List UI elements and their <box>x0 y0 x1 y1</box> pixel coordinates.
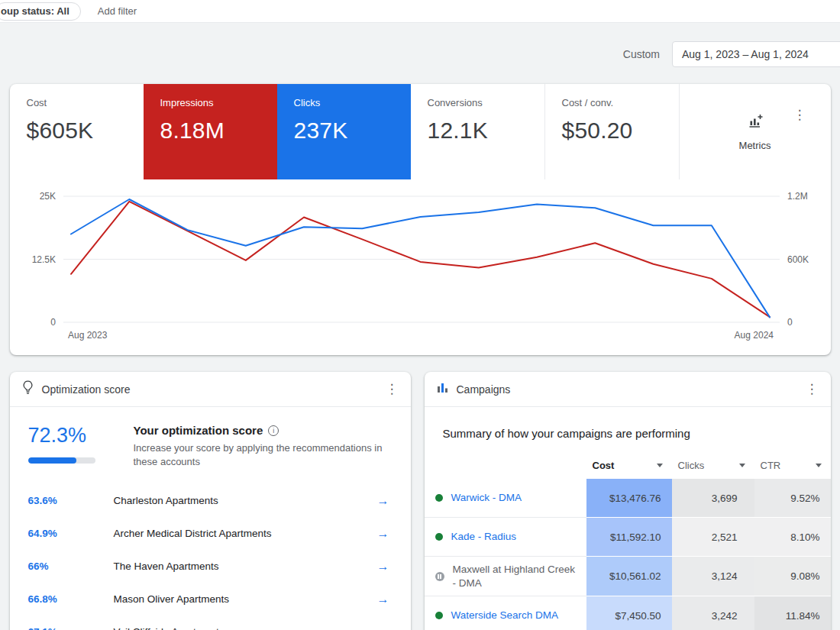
campaign-clicks-cell: 2,521 <box>672 518 754 557</box>
campaign-clicks-cell: 3,699 <box>672 479 754 518</box>
performance-chart-svg: 25K12.5K01.2M600K0Aug 2023Aug 2024 <box>10 179 831 355</box>
add-filter-button[interactable]: Add filter <box>98 5 137 17</box>
campaign-cost-cell: $7,450.50 <box>586 596 672 630</box>
optimization-account-list: 63.6% Charleston Apartments → 64.9% Arch… <box>28 484 393 630</box>
enabled-status-icon <box>435 612 443 619</box>
account-row[interactable]: 66% The Haven Apartments → <box>28 550 393 583</box>
bar-chart-icon <box>437 382 448 396</box>
campaigns-card-header: Campaigns ⋮ <box>425 372 831 407</box>
arrow-right-icon[interactable]: → <box>377 625 393 630</box>
optimization-score-value: 72.3% <box>28 424 114 447</box>
account-name: Vail Cliffside Apartments <box>114 626 377 630</box>
account-row[interactable]: 63.6% Charleston Apartments → <box>28 484 393 517</box>
metric-tile-clicks-value: 237K <box>294 118 394 144</box>
column-header-cost[interactable]: Cost <box>586 460 672 479</box>
account-row[interactable]: 66.8% Mason Oliver Apartments → <box>28 583 393 615</box>
optimization-kebab-menu[interactable]: ⋮ <box>386 383 399 396</box>
column-header-clicks[interactable]: Clicks <box>672 460 754 479</box>
metric-tile-cost-per-conv[interactable]: Cost / conv. $50.20 <box>545 84 680 179</box>
account-score: 66% <box>28 561 114 572</box>
arrow-right-icon[interactable]: → <box>377 560 393 573</box>
metric-tile-clicks[interactable]: Clicks 237K <box>277 84 411 179</box>
campaign-row: Waterside Search DMA $7,450.50 3,242 11.… <box>425 596 831 630</box>
campaigns-table: Cost Clicks CTR Warwick - DMA $13,476.76 <box>425 460 831 630</box>
campaign-clicks-cell: 3,242 <box>672 596 754 630</box>
right-axis-tick: 1.2M <box>787 191 808 202</box>
metric-tile-cost-per-conv-label: Cost / conv. <box>562 97 662 108</box>
optimization-score-block: 72.3% <box>28 424 114 469</box>
campaign-cost-cell: $11,592.10 <box>586 518 672 557</box>
optimization-card-title: Optimization score <box>42 383 131 396</box>
campaign-status-chip[interactable]: oup status: All <box>0 2 81 21</box>
right-axis-tick: 600K <box>787 254 809 265</box>
optimization-score-progressbar <box>28 457 95 464</box>
chevron-down-icon[interactable] <box>816 464 822 467</box>
metric-tile-conversions-label: Conversions <box>428 97 528 108</box>
metric-tile-impressions-label: Impressions <box>160 97 260 108</box>
account-name: Archer Medical District Apartments <box>114 528 377 539</box>
campaigns-kebab-menu[interactable]: ⋮ <box>806 383 819 396</box>
account-name: Mason Oliver Apartments <box>114 593 377 605</box>
enabled-status-icon <box>435 533 443 541</box>
overview-kebab-menu[interactable]: ⋮ <box>793 108 806 121</box>
column-header-ctr[interactable]: CTR <box>754 460 831 479</box>
date-range-value: Aug 1, 2023 – Aug 1, 2024 <box>682 48 809 60</box>
campaign-link[interactable]: Warwick - DMA <box>451 491 522 505</box>
performance-line-chart: 25K12.5K01.2M600K0Aug 2023Aug 2024 <box>10 179 831 355</box>
bottom-cards-row: Optimization score ⋮ 72.3% Your optimiza… <box>10 372 831 630</box>
paused-status-icon <box>435 572 444 581</box>
arrow-right-icon[interactable]: → <box>377 593 393 606</box>
chevron-down-icon[interactable] <box>657 464 663 467</box>
campaign-cost-cell: $10,561.02 <box>586 557 672 596</box>
account-score: 66.8% <box>28 593 114 605</box>
metric-tile-cost-per-conv-value: $50.20 <box>562 118 662 144</box>
campaigns-card-title: Campaigns <box>457 383 511 396</box>
campaign-cost-cell: $13,476.76 <box>586 479 672 518</box>
optimization-card-body: 72.3% Your optimization score i Increase… <box>10 407 411 630</box>
metric-tiles: Cost $605K Impressions 8.18M Clicks 237K… <box>10 84 831 179</box>
left-axis-tick: 12.5K <box>31 254 55 265</box>
left-axis-tick: 0 <box>50 317 56 328</box>
overview-performance-card: Cost $605K Impressions 8.18M Clicks 237K… <box>10 84 831 355</box>
metric-tile-clicks-label: Clicks <box>294 97 394 108</box>
campaign-ctr-cell: 9.08% <box>754 557 831 596</box>
chevron-down-icon[interactable] <box>739 464 745 467</box>
date-range-picker[interactable]: Aug 1, 2023 – Aug 1, 2024 <box>672 41 840 67</box>
clicks-line <box>71 199 770 317</box>
campaign-link[interactable]: Maxwell at Highland Creek - DMA <box>453 563 580 590</box>
metrics-button-label: Metrics <box>739 140 771 151</box>
account-score: 63.6% <box>28 495 114 506</box>
metric-tile-cost[interactable]: Cost $605K <box>10 84 144 179</box>
left-axis-tick: 25K <box>39 191 55 202</box>
account-row[interactable]: 67.1% Vail Cliffside Apartments → <box>28 615 393 630</box>
campaign-ctr-cell: 8.10% <box>754 518 831 557</box>
account-score: 64.9% <box>28 528 114 539</box>
account-name: The Haven Apartments <box>114 561 377 572</box>
optimization-headline: Your optimization score <box>134 424 263 437</box>
account-score: 67.1% <box>28 626 114 630</box>
enabled-status-icon <box>435 494 443 502</box>
filter-bar: oup status: All Add filter <box>0 0 840 23</box>
metric-tile-conversions-value: 12.1K <box>428 118 528 144</box>
account-name: Charleston Apartments <box>114 495 377 506</box>
metric-tile-conversions[interactable]: Conversions 12.1K <box>411 84 545 179</box>
metrics-picker-button[interactable]: Metrics ⋮ <box>680 84 831 179</box>
x-axis-label-end: Aug 2024 <box>734 330 774 341</box>
campaign-row: Kade - Radius $11,592.10 2,521 8.10% <box>425 518 831 557</box>
campaigns-table-header: Cost Clicks CTR <box>425 460 831 479</box>
arrow-right-icon[interactable]: → <box>377 527 393 541</box>
campaign-row: Maxwell at Highland Creek - DMA $10,561.… <box>425 557 831 596</box>
info-icon[interactable]: i <box>268 425 279 436</box>
account-row[interactable]: 64.9% Archer Medical District Apartments… <box>28 517 393 550</box>
metric-tile-cost-value: $605K <box>27 118 127 144</box>
column-header-clicks-label: Clicks <box>678 460 705 471</box>
arrow-right-icon[interactable]: → <box>377 494 393 508</box>
metric-tile-impressions-value: 8.18M <box>160 118 260 144</box>
custom-range-label: Custom <box>623 48 660 60</box>
campaign-link[interactable]: Waterside Search DMA <box>451 609 559 622</box>
date-range-row: Custom Aug 1, 2023 – Aug 1, 2024 <box>0 23 840 72</box>
optimization-description: Increase your score by applying the reco… <box>134 441 393 469</box>
lightbulb-icon <box>22 380 34 398</box>
campaign-link[interactable]: Kade - Radius <box>451 530 517 544</box>
metric-tile-impressions[interactable]: Impressions 8.18M <box>144 84 277 179</box>
